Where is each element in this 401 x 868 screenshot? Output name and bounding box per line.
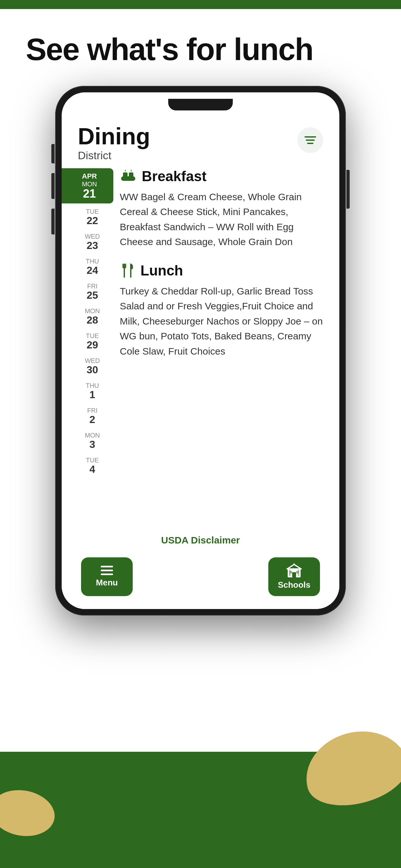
day-num-7: 1	[89, 390, 95, 400]
day-num-2: 24	[87, 265, 98, 275]
day-num-9: 3	[89, 439, 95, 450]
day-name-2: THU	[86, 258, 99, 265]
phone-screen: Dining District	[62, 92, 339, 609]
breakfast-icon	[120, 170, 136, 183]
day-name-7: THU	[86, 382, 99, 390]
day-num-0: 22	[87, 215, 98, 226]
lunch-title: Lunch	[141, 262, 183, 279]
hero-title: See what's for lunch	[0, 0, 401, 86]
calendar-day-7[interactable]: THU 1	[71, 379, 113, 403]
svg-rect-1	[123, 173, 127, 177]
day-num-1: 23	[87, 240, 98, 251]
svg-rect-8	[296, 571, 299, 574]
phone-notch	[168, 99, 233, 111]
day-name-5: TUE	[86, 332, 99, 340]
breakfast-section: Breakfast WW Bagel & Cream Cheese, Whole…	[120, 168, 327, 250]
lunch-description: Turkey & Cheddar Roll-up, Garlic Bread T…	[120, 284, 327, 359]
calendar-active-day[interactable]: Apr MON 21	[62, 168, 113, 204]
day-num-6: 30	[87, 365, 98, 375]
volume-down-button	[51, 209, 55, 235]
phone-mockup: Dining District	[0, 86, 401, 641]
day-name-6: WED	[85, 357, 100, 365]
breakfast-title: Breakfast	[142, 168, 207, 184]
screen-body: Apr MON 21 TUE 22 WED 23	[62, 168, 339, 528]
svg-rect-7	[289, 571, 292, 574]
menu-icon	[101, 566, 113, 575]
active-month: Apr	[82, 172, 97, 181]
schools-icon	[286, 563, 302, 578]
day-num-10: 4	[89, 464, 95, 474]
app-subtitle: District	[78, 149, 150, 162]
calendar-day-8[interactable]: FRI 2	[71, 404, 113, 428]
breakfast-header: Breakfast	[120, 168, 327, 184]
lunch-section: Lunch Turkey & Cheddar Roll-up, Garlic B…	[120, 262, 327, 359]
schools-nav-button[interactable]: Schools	[268, 557, 320, 596]
filter-button[interactable]	[297, 127, 323, 153]
header-title-group: Dining District	[78, 125, 150, 162]
meal-content: Breakfast WW Bagel & Cream Cheese, Whole…	[113, 168, 339, 528]
menu-nav-button[interactable]: Menu	[81, 557, 133, 596]
usda-disclaimer[interactable]: USDA Disclaimer	[62, 528, 339, 552]
calendar-day-1[interactable]: WED 23	[71, 229, 113, 254]
day-name-1: WED	[85, 233, 100, 240]
calendar-day-2[interactable]: THU 24	[71, 254, 113, 279]
filter-icon	[305, 136, 316, 144]
day-name-0: TUE	[86, 208, 99, 215]
day-num-3: 25	[87, 290, 98, 300]
screen-header: Dining District	[62, 115, 339, 168]
calendar-day-5[interactable]: TUE 29	[71, 329, 113, 353]
lunch-icon	[120, 263, 135, 278]
phone-frame: Dining District	[55, 86, 346, 616]
day-name-10: TUE	[86, 457, 99, 464]
volume-up-button	[51, 173, 55, 199]
day-num-4: 28	[87, 315, 98, 325]
calendar-day-3[interactable]: FRI 25	[71, 279, 113, 304]
schools-nav-label: Schools	[278, 580, 310, 590]
day-num-5: 29	[87, 340, 98, 350]
calendar-day-6[interactable]: WED 30	[71, 354, 113, 378]
screen-content: Dining District	[62, 92, 339, 609]
day-num-8: 2	[89, 414, 95, 425]
day-name-3: FRI	[87, 283, 97, 290]
menu-nav-label: Menu	[96, 578, 118, 588]
day-name-4: MON	[85, 307, 100, 315]
power-button	[346, 170, 350, 209]
app-title: Dining	[78, 125, 150, 148]
svg-rect-2	[129, 173, 133, 177]
svg-rect-4	[292, 572, 296, 578]
calendar-day-4[interactable]: MON 28	[71, 304, 113, 329]
bottom-nav: Menu	[62, 552, 339, 609]
lunch-header: Lunch	[120, 262, 327, 279]
calendar-day-10[interactable]: TUE 4	[71, 454, 113, 477]
calendar-day-0[interactable]: TUE 22	[71, 205, 113, 229]
calendar-day-9[interactable]: MON 3	[71, 429, 113, 453]
calendar-sidebar: Apr MON 21 TUE 22 WED 23	[62, 168, 113, 528]
breakfast-description: WW Bagel & Cream Cheese, Whole Grain Cer…	[120, 190, 327, 250]
active-day-num: 21	[83, 188, 96, 199]
day-name-9: MON	[85, 432, 100, 439]
day-name-8: FRI	[87, 407, 97, 414]
svg-rect-0	[121, 176, 135, 181]
volume-mute-button	[51, 144, 55, 163]
